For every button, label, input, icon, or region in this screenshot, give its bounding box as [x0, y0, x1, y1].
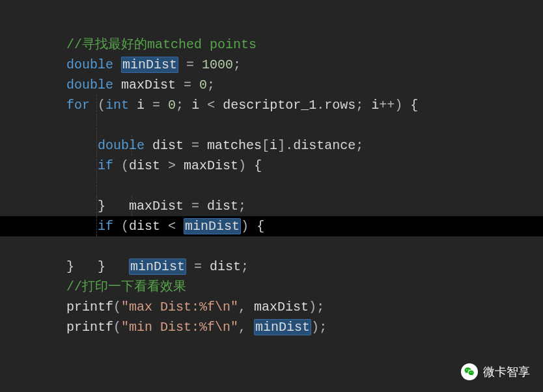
- member: rows: [324, 98, 355, 113]
- indent: [66, 219, 98, 234]
- paren: (: [121, 158, 129, 173]
- wechat-icon: [461, 363, 478, 380]
- identifier: i: [137, 98, 145, 113]
- keyword-int: int: [105, 98, 137, 113]
- bracket: [: [262, 138, 270, 153]
- string: "min Dist:%f\n": [121, 320, 238, 335]
- identifier: dist: [129, 219, 160, 234]
- indent-guide: [96, 115, 97, 135]
- identifier: maxDist: [184, 158, 238, 173]
- function-call: printf: [66, 300, 113, 315]
- function-call: printf: [66, 320, 113, 335]
- bracket: ]: [277, 138, 285, 153]
- comma: ,: [238, 320, 254, 335]
- operator: ++: [379, 98, 395, 113]
- number: 1000: [202, 57, 233, 72]
- indent: [66, 138, 98, 153]
- member: distance: [293, 138, 355, 153]
- comma: ,: [238, 300, 254, 315]
- operator: >: [160, 158, 184, 173]
- number: 0: [168, 98, 176, 113]
- brace: }: [66, 259, 74, 274]
- semicolon: ;: [355, 138, 363, 153]
- identifier: dist: [129, 158, 160, 173]
- watermark-text: 微卡智享: [483, 364, 530, 380]
- semicolon: ;: [241, 259, 249, 274]
- operator: =: [184, 199, 207, 214]
- code-line[interactable]: if (dist < minDist) {: [35, 176, 543, 196]
- identifier: descriptor_1: [223, 98, 316, 113]
- string: "max Dist:%f\n": [121, 300, 238, 315]
- paren: (: [113, 300, 121, 315]
- identifier: i: [270, 138, 277, 153]
- identifier: maxDist: [129, 199, 184, 214]
- identifier: i: [371, 98, 379, 113]
- brace: {: [410, 98, 418, 113]
- dot: .: [285, 138, 293, 153]
- semicolon: ;: [233, 57, 241, 72]
- semicolon: ;: [207, 77, 215, 92]
- keyword-if: if: [98, 219, 121, 234]
- operator: =: [184, 138, 207, 153]
- operator: =: [186, 259, 210, 274]
- semicolon: ;: [316, 300, 324, 315]
- operator: =: [178, 57, 202, 72]
- code-line[interactable]: //寻找最好的matched points: [35, 14, 543, 35]
- paren: ): [241, 219, 257, 234]
- indent: [66, 158, 98, 173]
- dot: .: [316, 98, 324, 113]
- operator: <: [160, 219, 184, 234]
- code-line[interactable]: }: [35, 236, 543, 257]
- watermark: 微卡智享: [461, 363, 530, 380]
- identifier: maxDist: [254, 300, 309, 315]
- identifier: dist: [207, 199, 238, 214]
- code-editor[interactable]: //寻找最好的matched points double minDist = 1…: [0, 0, 543, 392]
- identifier: matches: [207, 138, 262, 153]
- keyword-double: double: [66, 77, 121, 92]
- comment: //打印一下看看效果: [66, 279, 186, 294]
- identifier: maxDist: [121, 77, 176, 92]
- selection-minDist[interactable]: minDist: [184, 218, 241, 234]
- operator: <: [199, 98, 223, 113]
- paren: ): [309, 300, 316, 315]
- indent-guide: [96, 176, 97, 196]
- brace: {: [254, 158, 262, 173]
- identifier: dist: [210, 259, 241, 274]
- semicolon: ;: [176, 98, 191, 113]
- identifier: dist: [152, 138, 184, 153]
- paren: ): [395, 98, 410, 113]
- brace: {: [257, 219, 264, 234]
- keyword-double: double: [98, 138, 152, 153]
- paren: (: [121, 219, 129, 234]
- paren: ): [311, 320, 319, 335]
- paren: ): [238, 158, 254, 173]
- brace: }: [98, 199, 105, 214]
- keyword-for: for: [66, 98, 98, 113]
- paren: (: [98, 98, 105, 113]
- indent: [66, 199, 98, 214]
- comment: //寻找最好的matched points: [66, 37, 257, 52]
- operator: =: [145, 98, 168, 113]
- paren: (: [113, 320, 121, 335]
- code-line[interactable]: if (dist > maxDist) {: [35, 115, 543, 135]
- identifier: i: [191, 98, 199, 113]
- selection-minDist[interactable]: minDist: [254, 319, 311, 335]
- operator: =: [176, 77, 199, 92]
- keyword-if: if: [98, 158, 121, 173]
- selection-minDist[interactable]: minDist: [129, 259, 186, 275]
- semicolon: ;: [238, 199, 246, 214]
- semicolon: ;: [319, 320, 327, 335]
- number: 0: [199, 77, 207, 92]
- brace: }: [98, 259, 105, 274]
- semicolon: ;: [355, 98, 371, 113]
- keyword-double: double: [66, 57, 121, 72]
- selection-minDist[interactable]: minDist: [121, 57, 178, 73]
